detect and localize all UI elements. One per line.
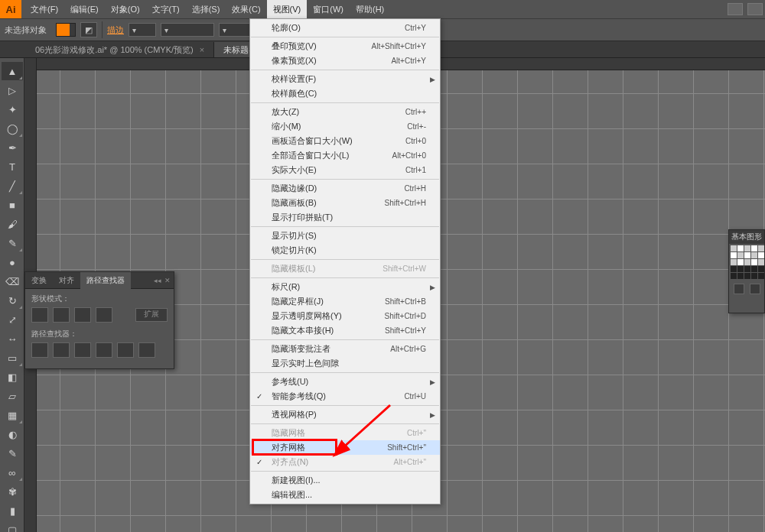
fill-swatch[interactable] bbox=[56, 23, 76, 37]
workspace-switcher[interactable] bbox=[728, 3, 743, 15]
menu-item-叠印预览(V)[interactable]: 叠印预览(V)Alt+Shift+Ctrl+Y bbox=[250, 39, 440, 54]
swatch[interactable] bbox=[744, 259, 750, 265]
menu-item-校样设置(F)[interactable]: 校样设置(F)▶ bbox=[250, 72, 440, 86]
unite-icon[interactable] bbox=[31, 307, 48, 323]
swatch[interactable] bbox=[731, 266, 737, 272]
menu-item-标尺(R)[interactable]: 标尺(R)▶ bbox=[250, 280, 440, 294]
scale-tool[interactable]: ⤢ bbox=[2, 310, 23, 329]
swatch[interactable] bbox=[731, 259, 737, 265]
swatch[interactable] bbox=[731, 273, 737, 279]
width-tool[interactable]: ↔ bbox=[2, 329, 23, 348]
panel-collapse-icon[interactable]: ◂◂ bbox=[154, 277, 161, 284]
swatch[interactable] bbox=[751, 266, 757, 272]
outline-icon[interactable] bbox=[117, 342, 134, 358]
close-tab-icon[interactable]: × bbox=[200, 45, 204, 54]
eyedropper-tool[interactable]: ✎ bbox=[2, 444, 23, 462]
pencil-tool[interactable]: ✎ bbox=[2, 234, 23, 252]
swatch[interactable] bbox=[731, 245, 737, 251]
mesh-tool[interactable]: ▦ bbox=[2, 406, 23, 424]
rotate-tool[interactable]: ↻ bbox=[2, 291, 23, 310]
menu-item-锁定切片(K)[interactable]: 锁定切片(K) bbox=[250, 243, 440, 258]
stroke-link[interactable]: 描边 bbox=[107, 24, 124, 36]
menu-item-编辑(E)[interactable]: 编辑(E) bbox=[64, 0, 105, 18]
swatch[interactable] bbox=[737, 245, 744, 251]
menu-item-帮助(H)[interactable]: 帮助(H) bbox=[350, 0, 390, 18]
blob-brush-tool[interactable]: ● bbox=[2, 253, 23, 271]
swatch[interactable] bbox=[737, 266, 744, 272]
menu-item-轮廓(O)[interactable]: 轮廓(O)Ctrl+Y bbox=[250, 21, 440, 35]
swatch[interactable] bbox=[737, 252, 744, 258]
no-fill-icon[interactable]: ◩ bbox=[80, 22, 97, 37]
arrange-documents[interactable] bbox=[747, 3, 763, 15]
document-tab[interactable]: 06光影游戏修改.ai* @ 100% (CMYK/预览)× bbox=[26, 42, 214, 57]
column-graph-tool[interactable]: ▮ bbox=[2, 501, 23, 520]
swatch[interactable] bbox=[731, 252, 737, 258]
rectangle-tool[interactable]: ■ bbox=[2, 196, 23, 214]
selection-tool[interactable]: ▲ bbox=[2, 62, 23, 80]
brush-combo[interactable]: ▾ bbox=[161, 23, 214, 37]
menu-item-透视网格(P)[interactable]: 透视网格(P)▶ bbox=[250, 407, 440, 422]
swatch[interactable] bbox=[751, 259, 757, 265]
menu-item-像素预览(X)[interactable]: 像素预览(X)Alt+Ctrl+Y bbox=[250, 54, 440, 68]
menu-item-效果(C)[interactable]: 效果(C) bbox=[226, 0, 266, 18]
menu-item-显示切片(S)[interactable]: 显示切片(S) bbox=[250, 229, 440, 243]
menu-item-对象(O)[interactable]: 对象(O) bbox=[105, 0, 146, 18]
menu-item-文字(T)[interactable]: 文字(T) bbox=[146, 0, 186, 18]
paintbrush-tool[interactable]: 🖌 bbox=[2, 215, 23, 233]
swatch[interactable] bbox=[744, 273, 750, 279]
perspective-tool[interactable]: ▱ bbox=[2, 387, 23, 405]
swatch[interactable] bbox=[751, 273, 757, 279]
type-tool[interactable]: T bbox=[2, 157, 23, 176]
menu-item-显示透明度网格(Y)[interactable]: 显示透明度网格(Y)Shift+Ctrl+D bbox=[250, 309, 440, 323]
menu-item-校样颜色(C)[interactable]: 校样颜色(C) bbox=[250, 86, 440, 101]
menu-item-新建视图(I)...[interactable]: 新建视图(I)... bbox=[250, 473, 440, 488]
direct-selection-tool[interactable]: ▷ bbox=[2, 81, 23, 99]
blend-tool[interactable]: ∞ bbox=[2, 463, 23, 482]
stroke-weight-combo[interactable]: ▾ bbox=[129, 23, 156, 37]
swatch[interactable] bbox=[751, 252, 757, 258]
swatch-grid[interactable] bbox=[729, 244, 764, 281]
shapes-icon-1[interactable] bbox=[734, 284, 744, 294]
divide-icon[interactable] bbox=[31, 342, 48, 358]
panel-tab-路径查找器[interactable]: 路径查找器 bbox=[80, 272, 131, 289]
menu-item-智能参考线(Q)[interactable]: ✓智能参考线(Q)Ctrl+U bbox=[250, 389, 440, 404]
intersect-icon[interactable] bbox=[74, 307, 91, 323]
menu-item-画板适合窗口大小(W)[interactable]: 画板适合窗口大小(W)Ctrl+0 bbox=[250, 134, 440, 148]
menu-item-窗口(W)[interactable]: 窗口(W) bbox=[307, 0, 350, 18]
menu-item-放大(Z)[interactable]: 放大(Z)Ctrl++ bbox=[250, 105, 440, 119]
trim-icon[interactable] bbox=[53, 342, 70, 358]
swatch[interactable] bbox=[737, 273, 744, 279]
swatch[interactable] bbox=[758, 273, 764, 279]
swatch[interactable] bbox=[744, 252, 750, 258]
expand-button[interactable]: 扩展 bbox=[135, 308, 168, 322]
menu-item-全部适合窗口大小(L)[interactable]: 全部适合窗口大小(L)Alt+Ctrl+0 bbox=[250, 148, 440, 163]
lasso-tool[interactable]: ◯ bbox=[2, 119, 23, 138]
menu-item-显示实时上色间隙[interactable]: 显示实时上色间隙 bbox=[250, 356, 440, 371]
swatch[interactable] bbox=[737, 259, 744, 265]
menu-item-视图(V)[interactable]: 视图(V) bbox=[267, 0, 308, 18]
panel-close-icon[interactable]: ✕ bbox=[164, 277, 171, 284]
swatch[interactable] bbox=[758, 266, 764, 272]
menu-item-缩小(M)[interactable]: 缩小(M)Ctrl+- bbox=[250, 119, 440, 134]
shapes-icon-2[interactable] bbox=[750, 284, 760, 294]
panel-tab-变换[interactable]: 变换 bbox=[25, 272, 53, 289]
merge-icon[interactable] bbox=[74, 342, 91, 358]
crop-icon[interactable] bbox=[96, 342, 112, 358]
swatch[interactable] bbox=[744, 245, 750, 251]
exclude-icon[interactable] bbox=[96, 307, 112, 323]
swatch[interactable] bbox=[751, 245, 757, 251]
swatch[interactable] bbox=[744, 266, 750, 272]
minus-back-icon[interactable] bbox=[138, 342, 155, 358]
menu-item-隐藏渐变批注者[interactable]: 隐藏渐变批注者Alt+Ctrl+G bbox=[250, 342, 440, 356]
symbol-sprayer-tool[interactable]: ✾ bbox=[2, 482, 23, 501]
shape-builder-tool[interactable]: ◧ bbox=[2, 368, 23, 386]
panel-tab-对齐[interactable]: 对齐 bbox=[53, 272, 80, 289]
menu-item-文件(F)[interactable]: 文件(F) bbox=[24, 0, 64, 18]
line-tool[interactable]: ╱ bbox=[2, 177, 23, 195]
menu-item-显示打印拼贴(T)[interactable]: 显示打印拼贴(T) bbox=[250, 210, 440, 225]
magic-wand-tool[interactable]: ✦ bbox=[2, 100, 23, 118]
menu-item-对齐网格[interactable]: 对齐网格Shift+Ctrl+" bbox=[250, 440, 440, 455]
swatch[interactable] bbox=[758, 245, 764, 251]
menu-item-隐藏边缘(D)[interactable]: 隐藏边缘(D)Ctrl+H bbox=[250, 181, 440, 196]
menu-item-隐藏画板(B)[interactable]: 隐藏画板(B)Shift+Ctrl+H bbox=[250, 196, 440, 210]
